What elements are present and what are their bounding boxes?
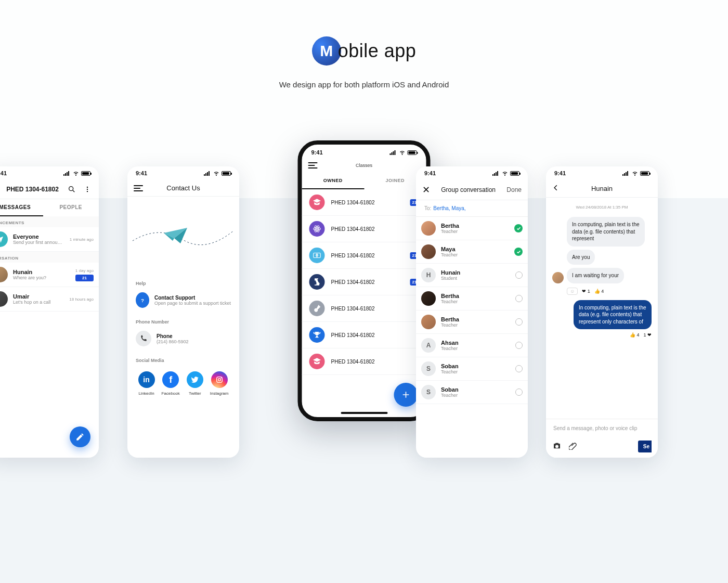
class-icon: [309, 301, 325, 316]
class-label: PHED 1304-61802: [331, 253, 404, 258]
user-avatar: H: [421, 268, 436, 282]
class-icon: [309, 221, 325, 237]
battery-icon: [81, 171, 90, 176]
class-icon: [309, 354, 325, 369]
person-row[interactable]: BerthaTeacher: [416, 217, 528, 240]
chat-avatar: [552, 272, 564, 283]
class-label: PHED 1304-61802: [331, 226, 419, 232]
add-class-button[interactable]: [394, 383, 418, 407]
class-row[interactable]: PHED 1304-61802: [302, 295, 426, 322]
hero-title: obile app: [338, 40, 417, 62]
user-avatar: A: [421, 338, 436, 353]
user-avatar: [421, 244, 436, 259]
screen2-title: Contact Us: [148, 184, 218, 192]
class-row[interactable]: PHED 1304-6180221: [302, 189, 426, 216]
class-icon: [309, 327, 325, 343]
person-row[interactable]: BerthaTeacher: [416, 310, 528, 334]
phone-section-label: Phone Number: [127, 313, 239, 328]
user-avatar: [421, 221, 436, 236]
message-input[interactable]: Send a message, photo or voice clip: [546, 419, 658, 437]
reactions[interactable]: ☺❤ 1👍 4: [567, 288, 645, 295]
person-row[interactable]: MayaTeacher: [416, 240, 528, 264]
svg-line-1: [73, 190, 74, 192]
everyone-avatar: [0, 231, 8, 247]
tab-people[interactable]: PEOPLE: [43, 199, 99, 216]
svg-point-15: [316, 228, 317, 229]
home-indicator: [341, 412, 387, 414]
class-row[interactable]: PHED 1304-6180221: [302, 242, 426, 269]
class-label: PHED 1304-61802: [331, 332, 419, 338]
radio-unchecked-icon: [515, 295, 523, 302]
class-row[interactable]: PHED 1304-6180221: [302, 269, 426, 295]
signal-icon: [63, 171, 71, 176]
conversation-row[interactable]: EveryoneSend your first annoucment 1 min…: [0, 227, 99, 252]
wifi-icon: [73, 170, 79, 176]
reactions[interactable]: 👍 41 ❤: [552, 332, 652, 338]
tab-owned[interactable]: OWNED: [302, 173, 365, 189]
instagram-button[interactable]: Instagram: [210, 371, 229, 396]
social-section-label: Social Media: [127, 352, 239, 366]
svg-text:?: ?: [141, 298, 144, 303]
person-row[interactable]: SSobanTeacher: [416, 357, 528, 381]
person-row[interactable]: SSobanTeacher: [416, 381, 528, 404]
class-icon: [309, 274, 325, 290]
person-row[interactable]: AAhsanTeacher: [416, 334, 528, 357]
svg-point-3: [87, 189, 88, 190]
brand-logo: M: [312, 36, 341, 66]
help-icon: ?: [136, 292, 149, 308]
person-row[interactable]: HHunainStudent: [416, 264, 528, 287]
class-label: PHED 1304-61802: [331, 306, 419, 312]
back-icon[interactable]: [552, 184, 560, 193]
contact-support-row[interactable]: ? Contact SupportOpen page to submit a s…: [127, 289, 239, 313]
radio-unchecked-icon: [515, 365, 523, 372]
camera-icon[interactable]: [552, 441, 562, 452]
class-label: PHED 1304-61802: [331, 200, 404, 205]
user-avatar: [421, 315, 436, 329]
svg-point-4: [87, 191, 88, 192]
screen-group-conversation: 9:41 ✕ Group conversation Done To:Bertha…: [416, 166, 528, 458]
facebook-button[interactable]: fFacebook: [162, 371, 180, 396]
screen-classes: 9:41 Classes OWNED JOINED PHED 1304-6180…: [298, 140, 431, 421]
class-icon: [309, 195, 325, 210]
menu-icon[interactable]: [134, 185, 143, 191]
attach-icon[interactable]: [569, 442, 577, 452]
radio-unchecked-icon: [515, 318, 523, 326]
section-announcements: OUNCEMENTS: [0, 216, 99, 227]
close-icon[interactable]: ✕: [422, 184, 430, 196]
chat-message-in: I am waiting for your: [567, 268, 624, 283]
screen-contact: 9:41 Contact Us Help ? Contact SupportOp…: [127, 166, 239, 458]
user-avatar: [0, 267, 8, 282]
class-label: PHED 1304-61802: [331, 279, 404, 285]
twitter-button[interactable]: Twitter: [187, 371, 203, 396]
radio-unchecked-icon: [515, 388, 523, 396]
phone-row[interactable]: Phone(214) 860-5902: [127, 328, 239, 352]
search-icon[interactable]: [67, 184, 77, 195]
menu-icon[interactable]: [308, 162, 318, 169]
done-button[interactable]: Done: [506, 186, 522, 193]
user-avatar: S: [421, 361, 436, 376]
conversation-row[interactable]: UmairLet's hop on a call 18 hours ago: [0, 287, 99, 312]
svg-point-2: [87, 187, 88, 188]
class-row[interactable]: PHED 1304-61802: [302, 216, 426, 242]
send-button[interactable]: Se: [638, 441, 652, 452]
class-row[interactable]: PHED 1304-61802: [302, 322, 426, 348]
user-avatar: [0, 291, 8, 307]
more-icon[interactable]: [82, 184, 93, 195]
selected-check-icon: [514, 248, 523, 256]
conversation-row[interactable]: HunainWhere are you? 1 day ago21: [0, 263, 99, 287]
radio-unchecked-icon: [515, 271, 523, 279]
recipients-field[interactable]: To:Bertha, Maya,: [416, 200, 528, 217]
screen4-title: Group conversation: [435, 186, 501, 193]
hero-subtitle: We design app for both platform iOS and …: [0, 80, 728, 89]
chat-date: Wed 24/08/2018 At 1:35 PM: [546, 198, 658, 217]
selected-check-icon: [514, 224, 523, 232]
chat-message-out: In computing, plain text is the data (e.…: [574, 300, 652, 330]
linkedin-button[interactable]: inLinkedIn: [138, 371, 155, 396]
tab-messages[interactable]: MESSAGES: [0, 199, 43, 216]
compose-button[interactable]: [70, 426, 90, 447]
message-input-bar: Send a message, photo or voice clip Se: [546, 419, 658, 458]
user-avatar: S: [421, 385, 436, 399]
chat-message-in: Are you: [567, 250, 595, 265]
class-row[interactable]: PHED 1304-61802: [302, 348, 426, 375]
person-row[interactable]: BerthaTeacher: [416, 287, 528, 310]
